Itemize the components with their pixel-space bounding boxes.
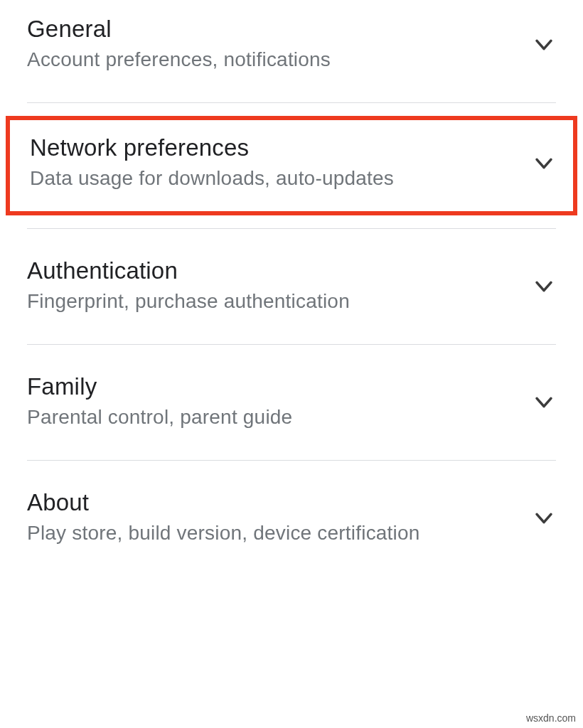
settings-item-title: General xyxy=(27,16,518,43)
settings-item-content: Authentication Fingerprint, purchase aut… xyxy=(27,257,518,313)
settings-item-family[interactable]: Family Parental control, parent guide xyxy=(0,345,583,460)
settings-item-content: Family Parental control, parent guide xyxy=(27,373,518,429)
chevron-down-icon xyxy=(532,390,556,417)
settings-item-title: Network preferences xyxy=(30,134,518,161)
watermark: wsxdn.com xyxy=(526,712,576,724)
settings-item-title: Authentication xyxy=(27,257,518,284)
settings-item-subtitle: Parental control, parent guide xyxy=(27,406,518,429)
chevron-down-icon xyxy=(532,274,556,301)
chevron-down-icon xyxy=(532,33,556,60)
settings-item-about[interactable]: About Play store, build version, device … xyxy=(0,461,583,566)
settings-item-title: Family xyxy=(27,373,518,400)
chevron-down-icon xyxy=(532,151,556,178)
settings-item-authentication[interactable]: Authentication Fingerprint, purchase aut… xyxy=(0,229,583,344)
settings-item-content: About Play store, build version, device … xyxy=(27,489,518,545)
settings-item-network-preferences[interactable]: Network preferences Data usage for downl… xyxy=(6,116,577,215)
chevron-down-icon xyxy=(532,506,556,533)
settings-item-subtitle: Data usage for downloads, auto-updates xyxy=(30,167,518,190)
settings-item-subtitle: Play store, build version, device certif… xyxy=(27,522,518,545)
settings-item-general[interactable]: General Account preferences, notificatio… xyxy=(0,0,583,102)
settings-item-content: Network preferences Data usage for downl… xyxy=(30,134,518,190)
divider xyxy=(27,102,556,103)
settings-item-subtitle: Account preferences, notifications xyxy=(27,48,518,71)
settings-list: General Account preferences, notificatio… xyxy=(0,0,583,566)
settings-item-subtitle: Fingerprint, purchase authentication xyxy=(27,290,518,313)
settings-item-content: General Account preferences, notificatio… xyxy=(27,16,518,71)
settings-item-title: About xyxy=(27,489,518,516)
